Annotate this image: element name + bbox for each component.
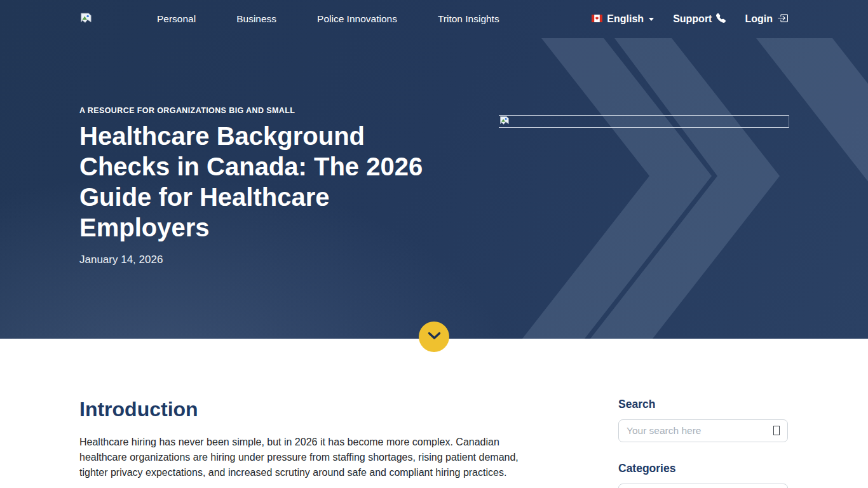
nav-item-police-innovations[interactable]: Police Innovations [317,13,397,25]
article-paragraph: Healthcare hiring has never been simple,… [79,435,526,480]
hero-eyebrow: A RESOURCE FOR ORGANIZATIONS BIG AND SMA… [79,106,868,115]
categories-select[interactable]: Select Category [618,484,788,488]
canada-flag-icon [592,13,602,25]
page: Personal Business Police Innovations Tri… [0,0,868,488]
login-link[interactable]: Login [745,13,788,26]
page-title: Healthcare Background Checks in Canada: … [79,121,443,243]
nav-item-triton-insights[interactable]: Triton Insights [438,13,499,25]
language-label: English [607,13,644,25]
nav-item-personal[interactable]: Personal [157,13,196,25]
search-icon-missing-glyph[interactable] [773,426,780,435]
box-arrow-in-right-icon [777,13,788,26]
chevron-down-icon [428,332,441,342]
sidebar-search-heading: Search [618,398,788,411]
language-menu[interactable]: English [592,13,654,25]
hero-image-broken-image-icon [499,115,789,128]
main-nav: Personal Business Police Innovations Tri… [157,13,499,25]
search-box [618,419,788,442]
login-label: Login [745,13,773,25]
scroll-down-button[interactable] [419,322,449,352]
top-navbar: Personal Business Police Innovations Tri… [0,0,868,38]
article-body: Introduction Healthcare hiring has never… [79,398,526,480]
main-content: Introduction Healthcare hiring has never… [0,339,868,488]
hero-content: A RESOURCE FOR ORGANIZATIONS BIG AND SMA… [0,38,868,266]
nav-item-business[interactable]: Business [236,13,276,25]
article-date: January 14, 2026 [79,254,868,266]
support-link[interactable]: Support [673,13,726,25]
caret-down-icon [649,18,654,21]
search-input[interactable] [618,419,788,442]
phone-icon [716,13,726,25]
sidebar: Search Categories Select Category [618,398,788,488]
navbar-utility-group: English Support Login [592,13,788,26]
sidebar-categories-heading: Categories [618,462,788,475]
logo-broken-image-icon[interactable] [80,12,92,26]
support-label: Support [673,13,712,25]
hero-section: Personal Business Police Innovations Tri… [0,0,868,339]
section-heading-introduction: Introduction [79,398,526,421]
